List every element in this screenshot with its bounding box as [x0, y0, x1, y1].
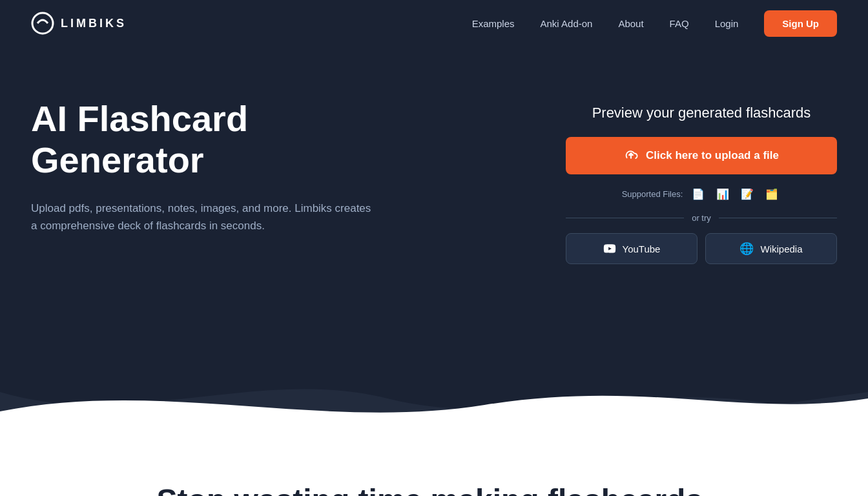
- svg-point-0: [32, 13, 53, 34]
- divider-text: or try: [692, 213, 711, 223]
- supported-label: Supported Files:: [622, 189, 683, 199]
- bottom-section: Stop wasting time making flashcards. Upl…: [0, 444, 868, 496]
- nav-anki-addon[interactable]: Anki Add-on: [541, 18, 593, 29]
- hero-right: Preview your generated flashcards Click …: [566, 98, 837, 264]
- supported-files: Supported Files: 📄 📊 📝 🗂️: [566, 185, 837, 203]
- bottom-title: Stop wasting time making flashcards.: [31, 482, 837, 496]
- nav-faq[interactable]: FAQ: [670, 18, 689, 29]
- navbar: LIMBIKS Examples Anki Add-on About FAQ L…: [0, 0, 868, 46]
- wikipedia-icon: 🌐: [739, 242, 754, 256]
- signup-button[interactable]: Sign Up: [764, 10, 837, 37]
- youtube-button[interactable]: YouTube: [566, 233, 698, 264]
- wave-divider: [0, 366, 868, 444]
- hero-left: AI Flashcard Generator Upload pdfs, pres…: [31, 98, 380, 234]
- nav-about[interactable]: About: [618, 18, 643, 29]
- wikipedia-button[interactable]: 🌐 Wikipedia: [705, 233, 837, 264]
- other-icon: 🗂️: [763, 185, 781, 203]
- hero-title: AI Flashcard Generator: [31, 98, 380, 181]
- logo-icon: [31, 12, 54, 35]
- hero-subtitle: Upload pdfs, presentations, notes, image…: [31, 200, 380, 234]
- youtube-label: YouTube: [623, 243, 661, 254]
- word-icon: 📝: [738, 185, 756, 203]
- logo-link[interactable]: LIMBIKS: [31, 12, 127, 35]
- wikipedia-label: Wikipedia: [760, 243, 802, 254]
- navbar-links: Examples Anki Add-on About FAQ Login Sig…: [472, 10, 837, 37]
- divider-line-left: [566, 218, 684, 218]
- upload-icon: [624, 149, 638, 163]
- preview-title: Preview your generated flashcards: [566, 105, 837, 121]
- youtube-icon: [603, 242, 616, 255]
- divider-line-right: [719, 218, 837, 218]
- logo-text: LIMBIKS: [61, 17, 127, 30]
- ppt-icon: 📊: [714, 185, 732, 203]
- pdf-icon: 📄: [689, 185, 707, 203]
- nav-examples[interactable]: Examples: [472, 18, 515, 29]
- alt-buttons: YouTube 🌐 Wikipedia: [566, 233, 837, 264]
- hero-section: AI Flashcard Generator Upload pdfs, pres…: [0, 46, 868, 367]
- divider-row: or try: [566, 213, 837, 223]
- upload-button[interactable]: Click here to upload a file: [566, 137, 837, 174]
- login-button[interactable]: Login: [715, 18, 739, 29]
